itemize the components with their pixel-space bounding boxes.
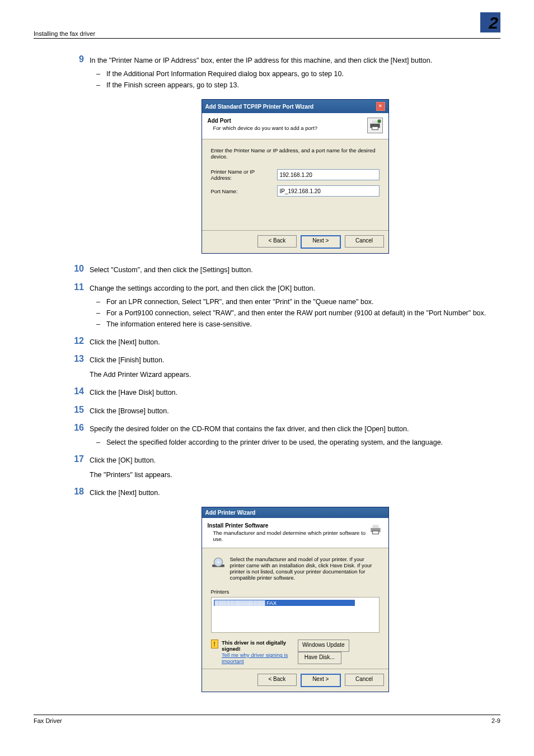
have-disk-button[interactable]: Have Disk... — [298, 652, 341, 664]
step-11: 11 Change the settings according to the … — [90, 283, 500, 330]
step-text: Specify the desired folder on the CD-ROM… — [90, 424, 500, 434]
step-9: 9 In the "Printer Name or IP Address" bo… — [90, 55, 500, 90]
page-header: Installing the fax driver 2 — [34, 17, 500, 39]
driver-warning-text: This driver is not digitally signed! — [222, 640, 286, 652]
step-text: Select "Custom", and then click the [Set… — [90, 265, 500, 275]
step-number: 14 — [67, 386, 84, 396]
step-number: 13 — [67, 354, 84, 364]
next-button[interactable]: Next > — [301, 674, 341, 687]
svg-rect-6 — [372, 531, 378, 534]
printers-list-item: FAX — [266, 600, 277, 606]
step-subitem: For a Port9100 connection, select "RAW",… — [90, 308, 500, 318]
step-text: Change the settings according to the por… — [90, 283, 500, 293]
printer-icon — [368, 522, 383, 537]
step-text: Click the [OK] button. — [90, 456, 156, 464]
header-section-title: Installing the fax driver — [34, 30, 95, 37]
svg-rect-2 — [372, 127, 378, 130]
step-subitem: If the Finish screen appears, go to step… — [90, 80, 500, 90]
svg-point-3 — [377, 120, 381, 124]
cancel-button[interactable]: Cancel — [345, 235, 384, 248]
dialog-title: Add Standard TCP/IP Printer Port Wizard — [205, 104, 314, 110]
step-number: 10 — [67, 264, 84, 274]
step-extra: The "Printers" list appears. — [90, 470, 500, 480]
step-17: 17 Click the [OK] button. The "Printers"… — [90, 455, 500, 480]
footer-left: Fax Driver — [34, 717, 62, 724]
page-footer: Fax Driver 2-9 — [34, 715, 500, 724]
warning-icon: ! — [211, 640, 218, 648]
step-16: 16 Specify the desired folder on the CD-… — [90, 424, 500, 447]
printers-list-label: Printers — [211, 589, 380, 595]
step-text: Click the [Next] button. — [90, 337, 500, 347]
close-icon[interactable]: × — [376, 102, 385, 111]
chapter-number: 2 — [489, 13, 498, 32]
add-port-wizard-dialog: Add Standard TCP/IP Printer Port Wizard … — [90, 99, 500, 254]
step-text: Click the [Browse] button. — [90, 406, 500, 416]
dialog-subheading: For which device do you want to add a po… — [213, 125, 317, 131]
step-text: Click the [Next] button. — [90, 488, 500, 498]
svg-rect-5 — [372, 525, 378, 528]
step-subitem: If the Additional Port Information Requi… — [90, 69, 500, 79]
step-12: 12 Click the [Next] button. — [90, 337, 500, 347]
step-13: 13 Click the [Finish] button. The Add Pr… — [90, 355, 500, 380]
step-number: 11 — [67, 282, 84, 292]
step-14: 14 Click the [Have Disk] button. — [90, 388, 500, 398]
step-text: Click the [Have Disk] button. — [90, 388, 500, 398]
step-10: 10 Select "Custom", and then click the [… — [90, 265, 500, 275]
step-15: 15 Click the [Browse] button. — [90, 406, 500, 416]
step-text: In the "Printer Name or IP Address" box,… — [90, 55, 500, 66]
disk-icon — [211, 556, 226, 581]
dialog-heading: Install Printer Software — [208, 522, 269, 529]
next-button[interactable]: Next > — [301, 235, 341, 249]
add-printer-wizard-dialog: Add Printer Wizard Install Printer Softw… — [90, 507, 500, 692]
dialog-instruction: Enter the Printer Name or IP address, an… — [211, 147, 380, 160]
port-name-input[interactable] — [277, 185, 380, 197]
footer-page-number: 2-9 — [491, 717, 500, 724]
dialog-instruction: Select the manufacturer and model of you… — [230, 556, 380, 581]
windows-update-button[interactable]: Windows Update — [298, 640, 349, 652]
driver-signing-link[interactable]: Tell me why driver signing is important — [222, 652, 288, 664]
step-number: 12 — [67, 336, 84, 346]
svg-point-9 — [217, 561, 219, 563]
step-18: 18 Click the [Next] button. — [90, 488, 500, 498]
cancel-button[interactable]: Cancel — [345, 674, 384, 686]
dialog-heading: Add Port — [208, 118, 231, 124]
port-name-label: Port Name: — [211, 188, 277, 194]
header-chapter-badge: 2 — [478, 17, 500, 37]
printer-name-input[interactable] — [277, 169, 380, 180]
step-subitem: The information entered here is case-sen… — [90, 319, 500, 329]
dialog-subheading: The manufacturer and model determine whi… — [213, 530, 368, 542]
printer-network-icon — [367, 118, 383, 133]
step-number: 9 — [67, 54, 84, 64]
back-button[interactable]: < Back — [257, 235, 297, 248]
svg-rect-1 — [372, 121, 378, 124]
step-number: 16 — [67, 423, 84, 433]
step-number: 18 — [67, 487, 84, 497]
dialog-title: Add Printer Wizard — [205, 510, 256, 516]
step-text: Click the [Finish] button. — [90, 356, 164, 364]
step-subitem: Select the specified folder according to… — [90, 437, 500, 447]
step-number: 17 — [67, 454, 84, 464]
printers-listbox[interactable]: ▓▓▓▓▓▓▓▓▓▓▓▓▓ FAX — [211, 597, 380, 633]
back-button[interactable]: < Back — [257, 674, 297, 686]
printer-name-label: Printer Name or IP Address: — [211, 169, 277, 181]
step-extra: The Add Printer Wizard appears. — [90, 370, 500, 380]
step-number: 15 — [67, 405, 84, 415]
step-subitem: For an LPR connection, Select "LPR", and… — [90, 297, 500, 307]
